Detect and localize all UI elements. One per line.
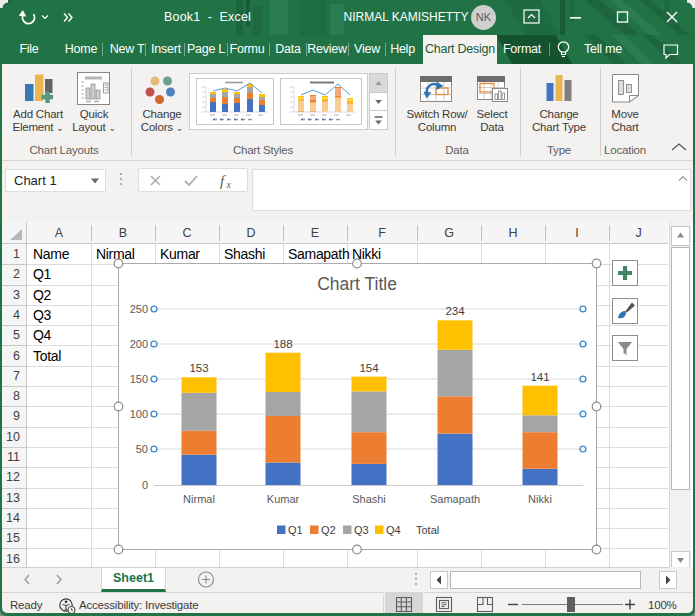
svg-text:200: 200 [130, 338, 148, 350]
svg-text:250: 250 [130, 303, 148, 315]
svg-text:Q2: Q2 [321, 524, 336, 536]
svg-text:Q4: Q4 [386, 524, 401, 536]
svg-text:188: 188 [273, 338, 292, 350]
svg-text:0: 0 [142, 479, 148, 491]
svg-text:234: 234 [445, 305, 465, 317]
svg-text:Kumar: Kumar [267, 493, 300, 505]
svg-text:x: x [226, 179, 232, 190]
svg-text:Total: Total [416, 524, 439, 536]
svg-text:141: 141 [530, 371, 549, 383]
svg-text:50: 50 [136, 443, 148, 455]
svg-text:150: 150 [130, 373, 148, 385]
svg-text:153: 153 [189, 362, 208, 374]
svg-text:Chart Title: Chart Title [317, 274, 397, 294]
svg-text:Q1: Q1 [288, 524, 303, 536]
svg-text:Nirmal: Nirmal [183, 493, 215, 505]
svg-text:f: f [220, 173, 226, 189]
svg-text:154: 154 [359, 362, 379, 374]
svg-text:Samapath: Samapath [430, 493, 480, 505]
svg-text:Q3: Q3 [354, 524, 369, 536]
svg-text:100: 100 [130, 408, 148, 420]
svg-text:Nikki: Nikki [528, 493, 552, 505]
svg-text:Shashi: Shashi [352, 493, 386, 505]
